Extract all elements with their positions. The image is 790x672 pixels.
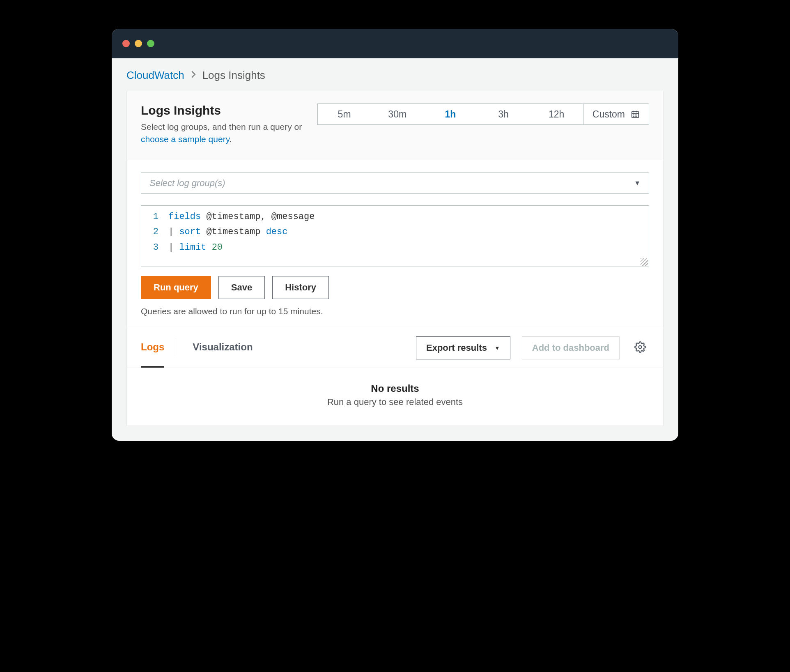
no-results-subtitle: Run a query to see related events xyxy=(127,397,663,407)
time-option-custom[interactable]: Custom xyxy=(583,104,649,124)
log-group-select[interactable]: Select log group(s) ▼ xyxy=(141,173,649,194)
minimize-window-button[interactable] xyxy=(135,40,142,47)
time-option-3h[interactable]: 3h xyxy=(477,104,530,124)
results-toolbar: Logs Visualization Export results ▼ Add … xyxy=(127,328,663,368)
time-range-picker: 5m 30m 1h 3h 12h Custom xyxy=(317,104,649,125)
svg-point-7 xyxy=(634,116,634,117)
tab-visualization[interactable]: Visualization xyxy=(193,328,253,368)
sample-query-link[interactable]: choose a sample query xyxy=(141,134,230,144)
run-query-button[interactable]: Run query xyxy=(141,276,211,299)
subtitle-text: Select log groups, and then run a query … xyxy=(141,122,302,131)
calendar-icon xyxy=(631,110,640,119)
page-subtitle: Select log groups, and then run a query … xyxy=(141,121,305,146)
svg-point-6 xyxy=(636,115,637,115)
no-results-title: No results xyxy=(127,383,663,394)
svg-point-9 xyxy=(636,116,637,117)
results-empty-state: No results Run a query to see related ev… xyxy=(127,368,663,426)
time-option-30m[interactable]: 30m xyxy=(371,104,424,124)
header-row: Logs Insights Select log groups, and the… xyxy=(127,91,663,160)
main-panel: Logs Insights Select log groups, and the… xyxy=(126,91,664,426)
editor-gutter: 123 xyxy=(141,206,164,267)
settings-button[interactable] xyxy=(631,339,649,357)
tab-logs[interactable]: Logs xyxy=(141,328,164,368)
history-button[interactable]: History xyxy=(272,276,329,299)
save-button[interactable]: Save xyxy=(218,276,265,299)
subtitle-period: . xyxy=(230,134,232,144)
chevron-right-icon xyxy=(190,70,197,81)
caret-down-icon: ▼ xyxy=(494,345,500,351)
export-results-button[interactable]: Export results ▼ xyxy=(416,336,510,359)
time-option-5m[interactable]: 5m xyxy=(318,104,371,124)
select-placeholder: Select log group(s) xyxy=(149,178,225,189)
svg-point-4 xyxy=(634,115,634,115)
svg-point-8 xyxy=(635,116,636,117)
result-tabs: Logs Visualization xyxy=(141,328,253,368)
breadcrumb-current: Logs Insights xyxy=(202,69,265,82)
time-option-1h[interactable]: 1h xyxy=(424,104,477,124)
custom-label: Custom xyxy=(592,109,625,120)
app-window: CloudWatch Logs Insights Logs Insights S… xyxy=(112,29,678,441)
editor-code[interactable]: fields @timestamp, @message| sort @times… xyxy=(164,206,319,267)
tab-divider xyxy=(176,338,176,358)
resize-handle[interactable] xyxy=(641,258,648,266)
query-area: Select log group(s) ▼ 123 fields @timest… xyxy=(127,160,663,328)
export-label: Export results xyxy=(426,343,487,353)
close-window-button[interactable] xyxy=(122,40,130,47)
query-hint: Queries are allowed to run for up to 15 … xyxy=(141,306,649,316)
add-dash-label: Add to dashboard xyxy=(532,343,609,353)
titlebar xyxy=(112,29,678,58)
page-title: Logs Insights xyxy=(141,104,305,117)
breadcrumb: CloudWatch Logs Insights xyxy=(112,58,678,91)
maximize-window-button[interactable] xyxy=(147,40,154,47)
button-row: Run query Save History xyxy=(141,276,649,299)
add-to-dashboard-button[interactable]: Add to dashboard xyxy=(522,336,620,359)
breadcrumb-root-link[interactable]: CloudWatch xyxy=(126,69,184,82)
svg-point-5 xyxy=(635,115,636,115)
chevron-down-icon: ▼ xyxy=(634,180,641,187)
time-option-12h[interactable]: 12h xyxy=(530,104,583,124)
gear-icon xyxy=(634,341,646,354)
svg-point-10 xyxy=(639,345,642,348)
query-editor[interactable]: 123 fields @timestamp, @message| sort @t… xyxy=(141,205,649,267)
